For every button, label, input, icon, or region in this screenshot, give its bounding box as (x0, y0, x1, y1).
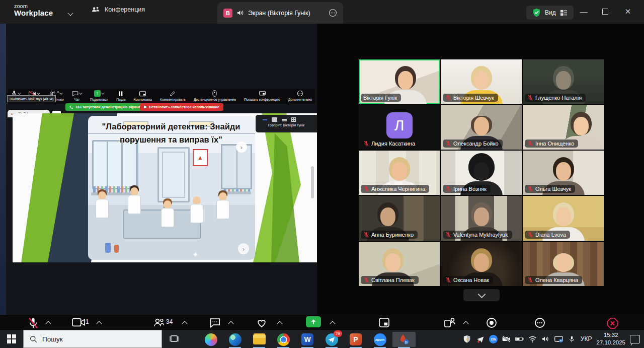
tab-screen-label: Экран (Вікторія Гунік) (248, 10, 310, 17)
chat-options-chevron[interactable] (228, 321, 233, 326)
mic-options-chevron[interactable] (45, 321, 51, 326)
gallery-next-page-button[interactable] (463, 289, 500, 301)
participant-tile[interactable]: Олександр Бойко (441, 105, 522, 149)
taskbar-telegram[interactable]: 79 (320, 332, 343, 347)
taskbar-edge[interactable] (223, 332, 247, 347)
active-speaker-panel: Говорит: Вікторія Гунік (256, 115, 317, 132)
camera-off-tray-icon[interactable] (502, 335, 511, 343)
minimize-view-icon[interactable] (263, 119, 267, 120)
muted-mic-icon (445, 232, 451, 238)
screen-cast-icon[interactable] (554, 335, 563, 343)
presenter-share-button: ↑ Поделиться (90, 90, 108, 101)
muted-mic-icon (527, 95, 533, 101)
language-indicator[interactable]: УКР (581, 335, 592, 342)
copilot-icon (205, 333, 217, 346)
muted-mic-icon (363, 141, 369, 147)
next-slide-button[interactable]: › (236, 142, 247, 153)
participant-name-pill: Глущенко Наталія (525, 94, 586, 102)
participant-tile[interactable]: Олена Кварцяна (523, 242, 604, 286)
lab-cabinet (221, 144, 252, 189)
mic-tray-icon[interactable] (568, 335, 576, 343)
start-button[interactable] (0, 330, 23, 348)
end-meeting-button[interactable] (606, 317, 619, 329)
stop-sharing-button[interactable]: Остановить совместное использование (140, 103, 223, 111)
telegram-tray-icon[interactable] (476, 335, 485, 343)
participant-name: Ірина Возняк (453, 186, 487, 192)
share-screen-icon: ↑ (94, 90, 101, 97)
task-view-button[interactable] (169, 334, 180, 344)
svg-text:b: b (405, 340, 408, 344)
logo-workplace-text: Workplace (14, 9, 53, 17)
participant-tile[interactable]: Оксана Новак (441, 242, 522, 286)
participants-button[interactable] (153, 317, 165, 327)
notification-center-icon[interactable] (630, 335, 640, 343)
presentation-slide: ▲ "Лабораторний детектив: Знайди порушен… (13, 113, 317, 262)
muted-mic-icon (527, 232, 533, 238)
participant-tile[interactable]: Інна Онищенко (523, 105, 604, 149)
reactions-options-chevron[interactable] (277, 321, 282, 326)
screen-share-badge: B (223, 9, 232, 18)
participant-tile[interactable]: Ольга Шевчук (523, 151, 604, 195)
breakout-options-chevron[interactable] (463, 321, 468, 326)
participant-tile[interactable]: Diana Lvova (523, 196, 604, 240)
participant-name: Оксана Новак (453, 277, 489, 283)
participants-options-chevron[interactable] (182, 321, 187, 326)
list-view-icon[interactable] (282, 118, 287, 121)
speaker-view-icon[interactable] (272, 117, 277, 122)
maximize-button[interactable] (600, 7, 610, 16)
participant-name-pill: Valentyna Mykhaylyuk (443, 231, 512, 239)
close-button[interactable]: ✕ (623, 7, 633, 16)
participant-tile[interactable]: Valentyna Mykhaylyuk (441, 196, 522, 240)
speaking-label: Говорит: Вікторія Гунік (256, 123, 317, 127)
search-input[interactable]: Пошук (23, 330, 162, 348)
chat-button[interactable] (209, 317, 221, 328)
participants-icon (153, 317, 165, 327)
taskbar-chrome[interactable] (272, 332, 295, 347)
taskbar-file-explorer[interactable] (248, 332, 271, 347)
participant-tile[interactable]: Глущенко Наталія (523, 59, 604, 104)
taskbar-active-app[interactable]: b (392, 332, 416, 347)
participant-tile[interactable]: Вікторія Гунік (359, 59, 440, 104)
tab-conference[interactable]: Конференция (92, 6, 145, 13)
participant-tile[interactable]: Анна Бурименко (359, 196, 440, 240)
desktop-edge (0, 24, 6, 330)
taskbar-copilot[interactable] (199, 332, 222, 347)
zoom-tray-icon[interactable]: zm (489, 335, 498, 343)
participant-tile[interactable]: Світлана Плевак (359, 242, 440, 286)
scrollbar[interactable] (311, 166, 314, 198)
participant-tile[interactable]: Ірина Возняк (441, 151, 522, 195)
tab-more-icon[interactable] (329, 9, 337, 17)
video-button[interactable] (72, 317, 85, 327)
slide-title: "Лабораторний детектив: Знайди порушення… (83, 120, 259, 146)
more-button[interactable] (534, 317, 545, 328)
view-button[interactable]: Вид (526, 6, 574, 20)
taskbar-zoom[interactable]: zoom (368, 332, 391, 347)
next-slide-button[interactable]: › (238, 243, 249, 254)
share-options-chevron[interactable] (330, 321, 335, 326)
apps-button[interactable] (378, 317, 390, 328)
clock[interactable]: 15:32 27.10.2025 (596, 331, 625, 346)
taskbar-word[interactable]: W (296, 332, 319, 347)
taskbar-powerpoint[interactable]: P (344, 332, 367, 347)
video-options-chevron[interactable] (96, 321, 102, 326)
unmute-button[interactable] (28, 317, 39, 329)
volume-icon[interactable] (541, 335, 550, 343)
participant-name-pill: Ірина Возняк (443, 185, 491, 193)
participant-tile[interactable]: Л Лидия Касаткина (359, 105, 440, 149)
minimize-button[interactable]: — (579, 7, 589, 16)
wifi-icon[interactable] (528, 335, 537, 343)
record-button[interactable] (486, 317, 497, 328)
video-icon (72, 317, 85, 327)
antivirus-shield-icon[interactable] (463, 335, 471, 343)
reactions-button[interactable] (256, 317, 268, 328)
tab-screen-share[interactable]: B Экран (Вікторія Гунік) (217, 2, 343, 24)
gallery-grid-icon[interactable] (291, 117, 296, 122)
breakout-rooms-button[interactable] (444, 317, 456, 328)
more-icon (534, 317, 545, 328)
participant-tile[interactable]: Вікторія Шевчук (441, 59, 522, 104)
participant-tile[interactable]: Анжелика Чернигина (359, 151, 440, 195)
battery-icon[interactable] (515, 335, 524, 343)
share-screen-button[interactable] (306, 316, 321, 327)
participant-name-pill: Анжелика Чернигина (361, 185, 429, 193)
workspace-chevron-down-icon[interactable] (67, 10, 73, 16)
